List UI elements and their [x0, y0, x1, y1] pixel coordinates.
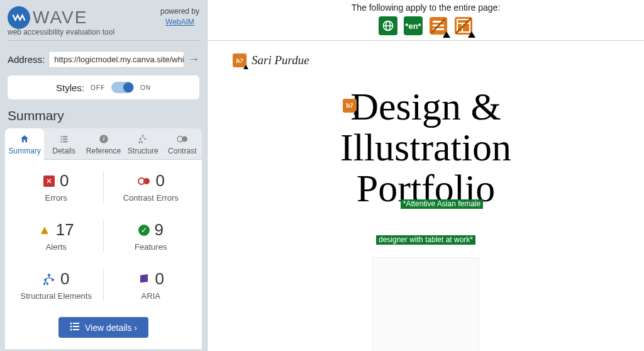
tab-details[interactable]: Details: [44, 128, 83, 160]
webaim-link[interactable]: WebAIM: [165, 18, 194, 26]
address-input[interactable]: https://logicmodel.my.canva.site/white-b…: [48, 51, 184, 68]
tab-label: Summary: [9, 147, 41, 155]
stat-structural[interactable]: 0 Structural Elements: [9, 269, 104, 301]
svg-point-12: [142, 142, 143, 143]
svg-text:i: i: [103, 136, 104, 142]
tab-label: Reference: [86, 147, 121, 155]
styles-toggle-row: Styles: OFF ON: [8, 75, 199, 99]
summary-grid: ✕ 0 Errors 0 Contrast Errors ▲ 17 Alerts: [5, 160, 202, 312]
button-label: View details ›: [85, 323, 137, 333]
stat-label: Errors: [45, 193, 67, 203]
author-row: h? Sari Purdue: [233, 53, 619, 67]
header-divider: [8, 40, 199, 41]
warning-triangle-icon: [468, 31, 475, 38]
hero-line-2: Illustration: [233, 127, 619, 168]
heading-marker-icon[interactable]: h?: [343, 99, 357, 113]
logo-text: WAVE: [33, 8, 87, 28]
svg-point-22: [70, 323, 72, 325]
tab-label: Structure: [128, 147, 158, 155]
tagline: web accessibility evaluation tool: [8, 28, 199, 36]
styles-toggle[interactable]: [111, 82, 134, 93]
tab-summary[interactable]: Summary: [5, 128, 44, 160]
header-top: WAVE powered by WebAIM: [8, 6, 199, 29]
logo-area: WAVE: [8, 6, 87, 29]
list-icon: [70, 322, 80, 333]
page-level-icons: *en*: [208, 16, 644, 41]
go-arrow-icon[interactable]: →: [188, 53, 199, 66]
contrast-errors-icon: [137, 175, 151, 187]
structure-icon: [43, 273, 55, 286]
page-notice: The following apply to the entire page:: [208, 0, 644, 16]
svg-point-11: [139, 142, 141, 143]
tab-label: Contrast: [168, 147, 196, 155]
hero-line-1: Design &: [233, 86, 619, 127]
stat-label: Features: [135, 242, 167, 252]
stat-label: ARIA: [142, 291, 160, 301]
author-name: Sari Purdue: [252, 53, 309, 67]
heading-marker-icon[interactable]: h?: [233, 53, 247, 67]
powered-label: powered by: [160, 7, 199, 16]
tab-reference[interactable]: i Reference: [84, 128, 123, 160]
svg-point-9: [140, 138, 142, 140]
tree-icon: [137, 133, 148, 145]
stat-value: 0: [60, 269, 69, 289]
stat-features[interactable]: ✓ 9 Features: [104, 220, 199, 252]
svg-point-24: [70, 326, 72, 328]
svg-rect-5: [63, 141, 67, 142]
lang-en-badge[interactable]: *en*: [404, 16, 423, 35]
styles-off-label: OFF: [91, 84, 105, 91]
wave-logo-icon: [8, 6, 30, 29]
stat-value: 0: [155, 269, 164, 289]
powered-by: powered by WebAIM: [160, 6, 199, 28]
svg-rect-3: [63, 138, 67, 140]
errors-icon: ✕: [43, 176, 55, 187]
alerts-icon: ▲: [38, 224, 51, 237]
features-icon: ✓: [138, 225, 150, 236]
svg-point-21: [47, 282, 48, 284]
no-headings-icon[interactable]: [454, 16, 473, 35]
stat-aria[interactable]: 0 ARIA: [104, 269, 199, 301]
aria-icon: [138, 273, 150, 286]
list-icon: [58, 133, 70, 145]
page-preview: h? Sari Purdue h? Design & Illustration …: [208, 41, 644, 351]
svg-rect-27: [73, 329, 79, 330]
stat-value: 0: [60, 171, 69, 191]
svg-rect-1: [63, 136, 67, 137]
alt-text-badge[interactable]: *Attentive Asian female: [401, 199, 483, 209]
svg-rect-25: [73, 326, 79, 327]
svg-rect-2: [60, 138, 62, 140]
hero-image-placeholder: [372, 257, 479, 351]
info-icon: i: [98, 133, 109, 145]
sidebar-header: WAVE powered by WebAIM web accessibility…: [0, 0, 207, 46]
address-label: Address:: [8, 54, 45, 65]
svg-rect-0: [60, 136, 62, 137]
no-regions-icon[interactable]: [429, 16, 448, 35]
section-title: Summary: [0, 104, 207, 127]
tab-structure[interactable]: Structure: [123, 128, 162, 160]
svg-point-8: [142, 135, 144, 136]
alt-text-badge[interactable]: designer with tablet at work*: [376, 235, 475, 245]
stat-value: 17: [56, 220, 74, 240]
home-icon: [19, 133, 30, 145]
tab-contrast[interactable]: Contrast: [163, 128, 202, 160]
stat-label: Structural Elements: [21, 291, 92, 301]
stat-contrast-errors[interactable]: 0 Contrast Errors: [104, 171, 199, 203]
warning-triangle-icon: [243, 65, 248, 69]
contrast-icon: [177, 133, 188, 145]
details-button-wrap: View details ›: [5, 312, 202, 349]
language-icon[interactable]: [379, 16, 397, 35]
stat-errors[interactable]: ✕ 0 Errors: [9, 171, 104, 203]
styles-label: Styles:: [56, 82, 84, 93]
sidebar-tabs: Summary Details i Reference Structure Co…: [5, 128, 202, 160]
warning-triangle-icon: [443, 31, 450, 38]
svg-point-20: [43, 282, 45, 284]
stat-label: Alerts: [46, 242, 67, 252]
styles-on-label: ON: [140, 84, 151, 91]
stat-alerts[interactable]: ▲ 17 Alerts: [9, 220, 104, 252]
view-details-button[interactable]: View details ›: [58, 317, 148, 338]
toggle-knob: [123, 82, 133, 92]
svg-point-16: [143, 178, 150, 184]
svg-point-17: [48, 274, 50, 276]
stat-value: 0: [156, 171, 165, 191]
address-row: Address: https://logicmodel.my.canva.sit…: [0, 46, 207, 73]
